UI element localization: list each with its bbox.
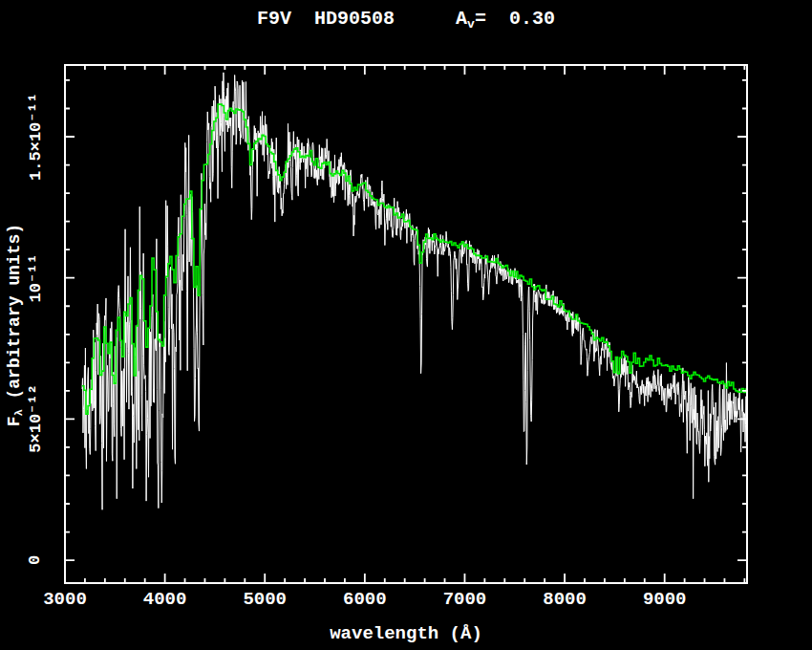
plot-frame xyxy=(65,65,747,583)
y-tick-label: 5×10⁻¹² xyxy=(25,385,45,453)
figure-canvas: F9V HD90508Av= 0.30 30004000500060007000… xyxy=(0,0,812,650)
axis-ticks xyxy=(65,65,747,583)
x-tick-label: 9000 xyxy=(622,589,708,610)
y-tick-label: 0 xyxy=(26,555,44,565)
x-tick-label: 8000 xyxy=(522,589,608,610)
y-axis-label-subscript: λ xyxy=(12,409,26,416)
y-tick-label: 1.5×10⁻¹¹ xyxy=(25,93,45,181)
observed-spectrum-line xyxy=(82,73,746,509)
x-tick-label: 5000 xyxy=(222,589,308,610)
y-axis-label-units: (arbitrary units) xyxy=(5,224,24,409)
x-tick-label: 7000 xyxy=(421,589,507,610)
x-axis-label: wavelength (Å) xyxy=(0,623,812,644)
y-tick-label: 10⁻¹¹ xyxy=(25,253,45,302)
x-tick-label: 6000 xyxy=(322,589,408,610)
y-axis-label-symbol: F xyxy=(5,416,24,426)
x-tick-label: 4000 xyxy=(122,589,208,610)
x-tick-label: 3000 xyxy=(22,589,108,610)
spectrum-plot xyxy=(0,0,812,650)
y-axis-label: Fλ (arbitrary units) xyxy=(5,224,26,426)
